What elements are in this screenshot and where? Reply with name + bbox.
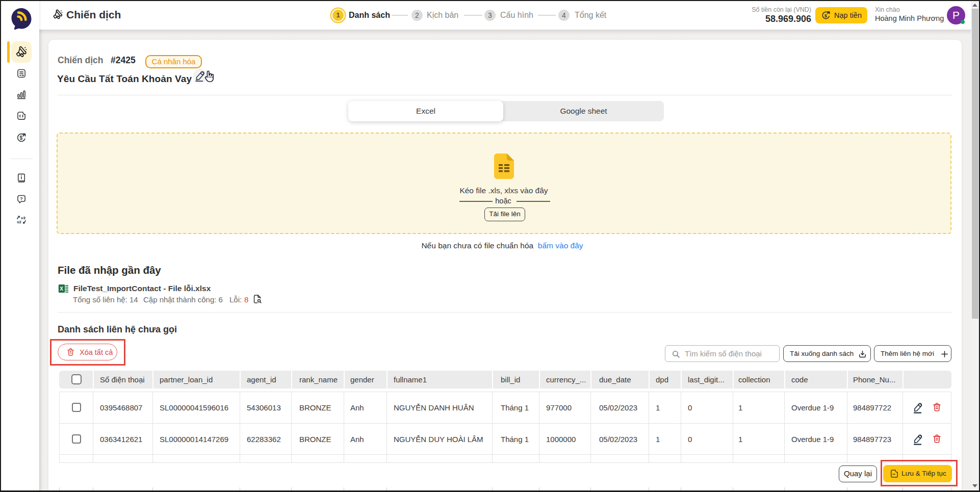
svg-text:?: ? xyxy=(20,196,22,201)
svg-text:$: $ xyxy=(20,135,23,141)
svg-text:X: X xyxy=(60,286,63,292)
svg-text:$: $ xyxy=(824,13,827,18)
svg-text:v3: v3 xyxy=(21,216,25,220)
svg-text:v2: v2 xyxy=(17,220,21,224)
